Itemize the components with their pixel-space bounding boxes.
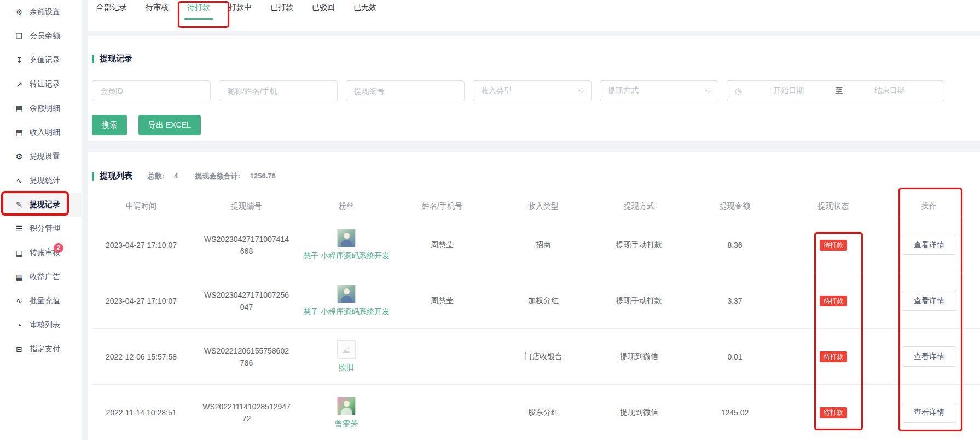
cell-fan: 慧子 小程序源码系统开发 (303, 285, 390, 317)
col-header-income-type: 收入类型 (494, 201, 593, 211)
image-icon: ▦ (15, 273, 24, 281)
table-row: 2023-04-27 17:10:07 WS202304271710072560… (92, 273, 980, 329)
col-header-actions: 操作 (883, 201, 976, 211)
cell-actions: 查看详情 (883, 346, 976, 367)
sidebar-item-transfer-records[interactable]: ↗ 转让记录 (0, 72, 82, 96)
sidebar-item-designated-payment[interactable]: ⊟ 指定支付 (0, 337, 82, 361)
tab-pending-review[interactable]: 待审核 (144, 3, 170, 19)
cell-withdraw-amount: 8.36 (686, 241, 784, 250)
fan-name-link[interactable]: 曾雯芳 (335, 419, 358, 429)
sidebar-item-label: 转让记录 (30, 79, 60, 89)
withdraw-number-input[interactable] (346, 80, 465, 101)
line-chart-icon: ∿ (15, 297, 24, 305)
table-stats: 总数: 4 提现金额合计: 1256.76 (148, 171, 291, 181)
tab-all-records[interactable]: 全部记录 (95, 3, 128, 19)
search-fields-row: 收入类型 提现方式 ◷ 开始日期 至 结束日期 (92, 80, 980, 101)
sidebar-item-member-balance[interactable]: ❐ 会员余额 (0, 24, 82, 48)
amount-sum-value: 1256.76 (250, 172, 276, 180)
cell-withdraw-method: 提现手动打款 (593, 240, 686, 250)
sidebar-item-label: 审核列表 (30, 320, 60, 330)
cell-fan: 照旧 (303, 340, 390, 373)
clock-icon: ◷ (735, 86, 742, 96)
export-excel-button[interactable]: 导出 EXCEL (138, 115, 201, 135)
view-details-button[interactable]: 查看详情 (902, 346, 956, 367)
tab-rejected[interactable]: 已驳回 (311, 3, 336, 19)
amount-sum-label: 提现金额合计: (195, 172, 240, 180)
document-icon: ▤ (15, 104, 24, 113)
minus-square-icon: ⊟ (15, 345, 24, 354)
fan-avatar (337, 285, 356, 303)
fan-name-link[interactable]: 照旧 (339, 363, 354, 373)
view-details-button[interactable]: 查看详情 (902, 403, 956, 423)
external-link-icon: ↗ (15, 80, 24, 89)
date-range-picker[interactable]: ◷ 开始日期 至 结束日期 (727, 80, 944, 101)
cell-withdraw-status: 待打款 (784, 407, 883, 418)
cell-apply-time: 2023-04-27 17:10:07 (92, 241, 190, 250)
view-details-button[interactable]: 查看详情 (902, 235, 956, 255)
sidebar-item-withdraw-records[interactable]: ✎ 提现记录 (0, 193, 82, 217)
sidebar-item-recharge-records[interactable]: ↧ 充值记录 (0, 48, 82, 72)
cell-withdraw-method: 提现到微信 (593, 408, 686, 418)
tab-pending-payment[interactable]: 待打款 (186, 3, 211, 19)
nickname-name-phone-input[interactable] (219, 80, 338, 101)
cell-withdraw-amount: 1245.02 (686, 408, 784, 417)
cell-name-phone: 周慧莹 (390, 296, 494, 306)
tabs-panel: 全部记录 待审核 待打款 打款中 已打款 已驳回 已无效 (88, 0, 980, 31)
income-type-select[interactable]: 收入类型 (473, 80, 592, 101)
view-details-button[interactable]: 查看详情 (902, 291, 956, 311)
fan-name-link[interactable]: 慧子 小程序源码系统开发 (303, 307, 390, 317)
sidebar: ⚙ 余额设置 ❐ 会员余额 ↧ 充值记录 ↗ 转让记录 ▤ 余额明细 ▤ 收入明… (0, 0, 82, 440)
cell-withdraw-status: 待打款 (784, 240, 883, 251)
tab-bar: 全部记录 待审核 待打款 打款中 已打款 已驳回 已无效 (88, 0, 980, 22)
document-icon: ▤ (15, 248, 24, 257)
sidebar-item-label: 批量充值 (30, 296, 60, 306)
withdraw-list-title-text: 提现列表 (100, 171, 132, 181)
cell-apply-time: 2022-12-06 15:57:58 (92, 352, 190, 361)
sidebar-item-balance-settings[interactable]: ⚙ 余额设置 (0, 0, 82, 24)
table-row: 2022-11-14 10:28:51 WS202211141028512947… (92, 385, 980, 440)
cell-name-phone: 周慧莹 (390, 240, 494, 250)
fan-avatar (337, 397, 356, 415)
cell-actions: 查看详情 (883, 235, 976, 255)
col-header-withdraw-number: 提现编号 (190, 201, 303, 211)
database-icon: ☰ (15, 224, 24, 233)
withdraw-list-panel: 提现列表 总数: 4 提现金额合计: 1256.76 申请时间 提现编号 粉丝 … (88, 152, 980, 440)
table-header-row: 申请时间 提现编号 粉丝 姓名/手机号 收入类型 提现方式 提现金额 提现状态 … (92, 195, 980, 217)
cell-withdraw-method: 提现手动打款 (593, 296, 686, 306)
sidebar-item-income-details[interactable]: ▤ 收入明细 (0, 120, 82, 144)
search-button[interactable]: 搜索 (92, 115, 127, 135)
withdraw-method-select-placeholder: 提现方式 (608, 86, 639, 96)
fan-name-link[interactable]: 慧子 小程序源码系统开发 (303, 251, 390, 261)
sidebar-item-points-management[interactable]: ☰ 积分管理 (0, 217, 82, 241)
title-accent-bar (92, 172, 94, 181)
sidebar-item-batch-recharge[interactable]: ∿ 批量充值 (0, 289, 82, 313)
sidebar-item-transfer-review[interactable]: ▤ 转账审核 2 (0, 241, 82, 265)
cell-withdraw-amount: 3.37 (686, 297, 784, 305)
sidebar-item-balance-details[interactable]: ▤ 余额明细 (0, 96, 82, 120)
sidebar-item-label: 提现记录 (30, 200, 60, 210)
withdraw-method-select[interactable]: 提现方式 (600, 80, 718, 101)
cell-fan: 慧子 小程序源码系统开发 (303, 229, 390, 261)
sidebar-item-withdraw-stats[interactable]: ∿ 提现统计 (0, 169, 82, 193)
sidebar-item-review-list[interactable]: ◔ 审核列表 (0, 313, 82, 337)
status-badge: 待打款 (820, 351, 847, 362)
pencil-icon: ✎ (15, 200, 24, 209)
tab-invalid[interactable]: 已无效 (352, 3, 378, 19)
search-panel: 提现记录 收入类型 提现方式 ◷ 开始日期 至 结束日期 搜索 导出 EXCE (88, 36, 980, 141)
tab-paying[interactable]: 打款中 (228, 3, 253, 19)
col-header-name-phone: 姓名/手机号 (390, 201, 494, 211)
col-header-withdraw-status: 提现状态 (784, 201, 883, 211)
cell-fan: 曾雯芳 (303, 397, 390, 429)
gear-icon: ⚙ (15, 152, 24, 161)
member-id-input[interactable] (92, 80, 211, 101)
sidebar-item-revenue-ads[interactable]: ▦ 收益广告 (0, 265, 82, 289)
document-icon: ▤ (15, 128, 24, 137)
sidebar-item-label: 积分管理 (30, 224, 60, 234)
cell-withdraw-amount: 0.01 (686, 352, 784, 361)
table-row: 2023-04-27 17:10:07 WS202304271710074146… (92, 217, 980, 273)
col-header-withdraw-amount: 提现金额 (686, 201, 784, 211)
sidebar-item-label: 指定支付 (30, 344, 60, 354)
sidebar-item-withdraw-settings[interactable]: ⚙ 提现设置 (0, 144, 82, 169)
tab-paid[interactable]: 已打款 (269, 3, 294, 19)
cell-withdraw-method: 提现到微信 (593, 352, 686, 362)
